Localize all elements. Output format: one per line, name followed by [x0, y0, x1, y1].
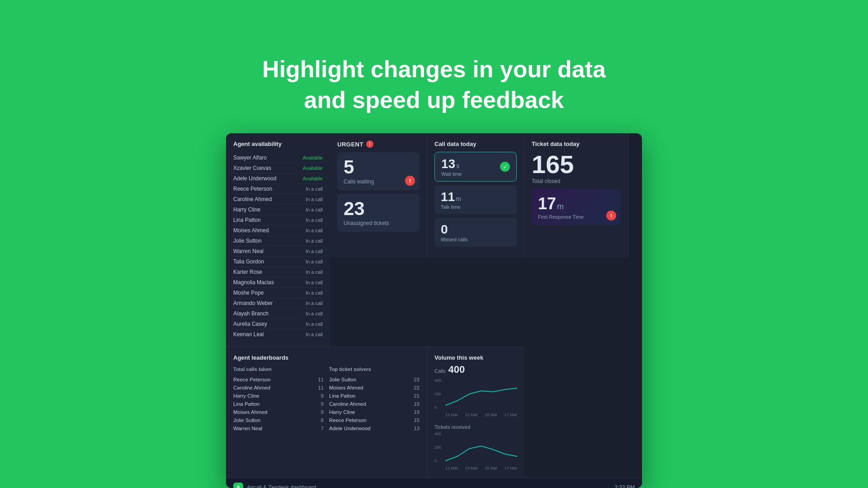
footer-logo: A [233, 483, 243, 488]
calls-waiting-label: Calls waiting [344, 178, 413, 185]
dashboard-footer: A Aircall & Zendesk dashboard 2:33 PM [226, 478, 642, 488]
leaderboard-row: Caroline Ahmed 19 [329, 400, 420, 408]
agent-name: Aurelia Casey [233, 321, 267, 327]
tickets-chart-x-labels: 11 Mar 13 Mar 15 Mar 17 Mar [445, 466, 517, 470]
agent-row: Moises Ahmed In a call [233, 225, 323, 236]
agent-name: Moises Ahmed [233, 227, 269, 234]
agent-name: Sawyer Alfaro [233, 155, 267, 161]
lb-agent-name: Jolie Sutton [233, 418, 260, 423]
calls-waiting-number: 5 [344, 158, 413, 177]
wait-time-value: 13s [441, 157, 462, 171]
lb-count: 8 [321, 418, 324, 423]
leaderboard-row: Warren Neal 7 [233, 424, 324, 432]
agent-name: Caroline Ahmed [233, 196, 272, 202]
ticket-data-panel: Ticket data today 165 Total closed 17m F… [524, 133, 628, 258]
agent-name: Magnolia Macias [233, 279, 274, 286]
agent-name: Moshe Pope [233, 290, 264, 296]
agent-row: Lina Patton In a call [233, 215, 323, 225]
missed-calls-value: 0 [441, 222, 468, 237]
chart-panel: Volume this week Calls 400 400 200 0 [427, 347, 524, 478]
lb-agent-name: Moises Ahmed [233, 409, 267, 415]
agent-row: Warren Neal In a call [233, 246, 323, 257]
agent-status: Available [303, 176, 323, 181]
dashboard: URGENT ! 5 Calls waiting ! 23 Unassigned… [226, 133, 642, 488]
agent-status: In a call [306, 290, 323, 296]
lb-agent-name: Harry Cline [233, 393, 259, 399]
lb-count: 23 [414, 377, 420, 382]
agent-status: In a call [306, 207, 323, 212]
agent-status: In a call [306, 238, 323, 244]
lb-count: 21 [414, 393, 420, 399]
agent-availability-panel: Agent availability Sawyer Alfaro Availab… [226, 133, 330, 347]
agent-row: Reece Peterson In a call [233, 184, 323, 194]
calls-chart-svg [445, 378, 517, 410]
response-time-box: 17m First Response Time ! [532, 189, 621, 225]
agent-row: Jolie Sutton In a call [233, 236, 323, 246]
lb-count: 7 [321, 426, 324, 431]
agent-row: Caroline Ahmed In a call [233, 194, 323, 205]
agent-status: In a call [306, 197, 323, 202]
tickets-chart-label: Tickets received [434, 424, 470, 430]
lb-count: 22 [414, 385, 420, 390]
agent-status: In a call [306, 332, 323, 337]
lb-count: 9 [321, 401, 324, 407]
calls-chart-x-labels: 11 Mar 13 Mar 15 Mar 17 Mar [445, 413, 517, 417]
leaderboard-panel: Agent leaderboards Total calls taken Ree… [226, 347, 427, 478]
headline-line1: Highlight changes in your data [262, 54, 606, 85]
lb-agent-name: Adele Underwood [329, 426, 370, 431]
call-data-title: Call data today [434, 141, 517, 147]
agent-row: Keenan Leal In a call [233, 329, 323, 339]
leaderboard-row: Adele Underwood 13 [329, 424, 420, 432]
agent-row: Talia Gordon In a call [233, 257, 323, 267]
agent-status: In a call [306, 311, 323, 316]
agent-name: Lina Patton [233, 217, 261, 223]
leaderboard-row: Reece Peterson 15 [329, 416, 420, 424]
agent-status: Available [303, 165, 323, 171]
agent-row: Magnolia Macias In a call [233, 277, 323, 288]
response-time-value: 17m [538, 194, 614, 213]
total-closed-number: 165 [532, 152, 621, 177]
unassigned-tickets-box: 23 Unassigned tickets [337, 194, 420, 232]
agent-name: Jolie Sutton [233, 238, 262, 244]
lb-count: 9 [321, 393, 324, 399]
agent-name: Harry Cline [233, 206, 260, 213]
missed-calls-label: Missed calls [441, 237, 468, 242]
lb-count: 19 [414, 401, 420, 407]
agent-name: Reece Peterson [233, 186, 272, 192]
call-data-panel: Call data today 13s Wait time ✓ 11m Talk… [427, 133, 524, 258]
agent-status: In a call [306, 259, 323, 264]
agent-avail-title: Agent availability [233, 141, 323, 147]
talk-time-label: Talk time [441, 204, 461, 210]
agent-row: Armando Weber In a call [233, 298, 323, 309]
lb-agent-name: Moises Ahmed [329, 385, 363, 390]
calls-leaderboard: Reece Peterson 11 Caroline Ahmed 11 Harr… [233, 375, 324, 432]
urgent-badge-icon: ! [366, 141, 373, 148]
agent-status: In a call [306, 228, 323, 233]
agent-row: Aurelia Casey In a call [233, 319, 323, 329]
agent-name: Armando Weber [233, 300, 273, 306]
lb-agent-name: Jolie Sutton [329, 377, 356, 382]
leaderboard-title: Agent leaderboards [233, 354, 420, 361]
lb-agent-name: Warren Neal [233, 426, 262, 431]
response-alert-icon: ! [606, 211, 616, 221]
ticket-solvers-col-title: Top ticket solvers [329, 366, 420, 372]
calls-alert-icon: ! [405, 176, 415, 186]
agent-name: Warren Neal [233, 248, 264, 254]
leaderboard-row: Harry Cline 19 [329, 408, 420, 416]
agent-row: Alayah Branch In a call [233, 309, 323, 319]
agent-row: Karter Rose In a call [233, 267, 323, 277]
agent-name: Xzavier Cuevas [233, 165, 271, 171]
tickets-leaderboard: Jolie Sutton 23 Moises Ahmed 22 Lina Pat… [329, 375, 420, 432]
leaderboard-row: Reece Peterson 11 [233, 375, 324, 384]
calls-chart-label: Calls [434, 368, 445, 374]
total-closed-label: Total closed [532, 178, 621, 184]
agent-status: In a call [306, 249, 323, 254]
agent-status: In a call [306, 321, 323, 327]
agent-name: Keenan Leal [233, 331, 264, 338]
agent-row: Harry Cline In a call [233, 205, 323, 215]
lb-agent-name: Reece Peterson [329, 418, 366, 423]
footer-brand-text: Aircall & Zendesk dashboard [247, 484, 316, 488]
lb-agent-name: Lina Patton [233, 401, 259, 407]
missed-calls-box: 0 Missed calls [434, 218, 517, 247]
volume-title: Volume this week [434, 354, 517, 361]
